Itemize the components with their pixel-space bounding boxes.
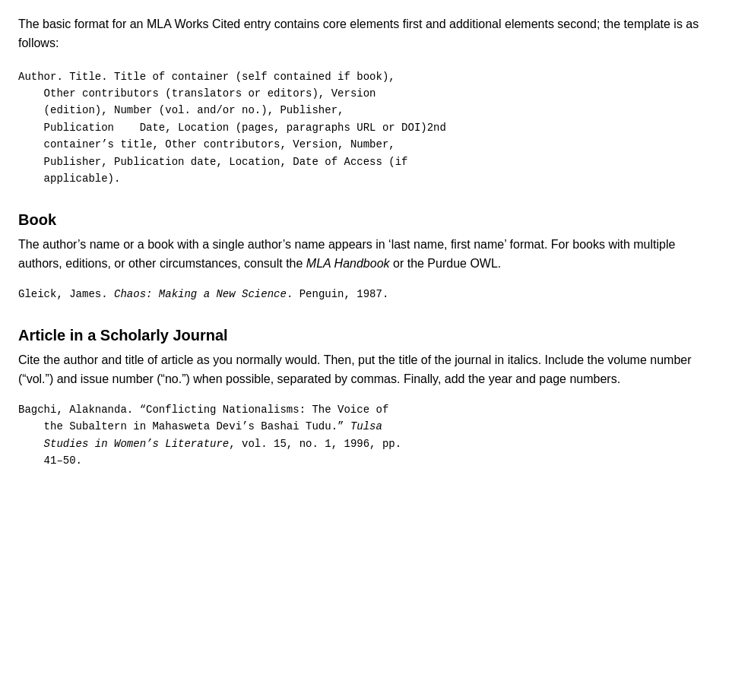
book-desc-italic: MLA Handbook	[306, 257, 390, 270]
scholarly-journal-heading: Article in a Scholarly Journal	[18, 324, 714, 347]
journal-citation-author: Bagchi, Alaknanda. “Conflicting National…	[18, 404, 388, 432]
book-citation-title: Chaos: Making a New Science	[114, 288, 287, 300]
book-desc-text2: or the Purdue OWL.	[390, 257, 502, 270]
scholarly-journal-description: Cite the author and title of article as …	[18, 351, 714, 389]
book-heading: Book	[18, 208, 714, 231]
book-citation-publisher: . Penguin, 1987.	[287, 288, 388, 300]
scholarly-journal-section: Article in a Scholarly Journal Cite the …	[18, 324, 714, 469]
intro-paragraph: The basic format for an MLA Works Cited …	[18, 15, 714, 53]
book-citation-author: Gleick, James.	[18, 288, 114, 300]
book-section: Book The author’s name or a book with a …	[18, 208, 714, 302]
scholarly-journal-citation: Bagchi, Alaknanda. “Conflicting National…	[18, 401, 714, 470]
book-citation: Gleick, James. Chaos: Making a New Scien…	[18, 286, 714, 302]
template-code-block: Author. Title. Title of container (self …	[18, 68, 714, 188]
book-description: The author’s name or a book with a singl…	[18, 236, 714, 274]
